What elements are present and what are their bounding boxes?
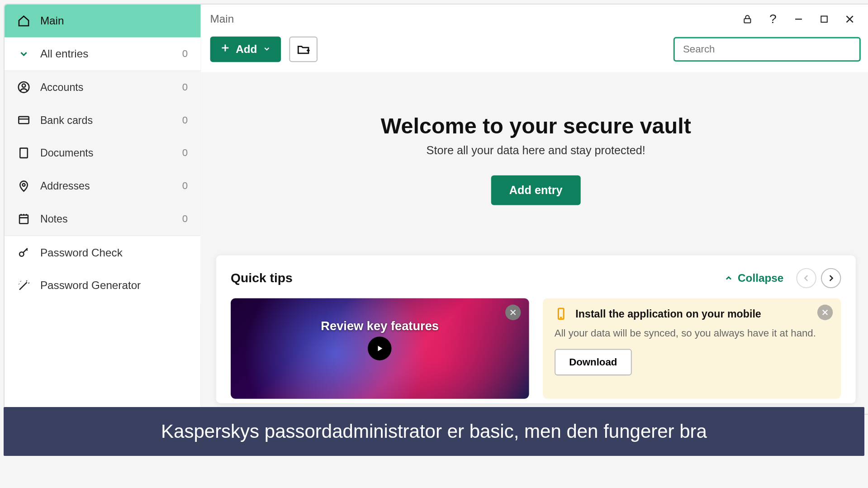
svg-rect-2 [19, 117, 28, 123]
chevron-down-icon [262, 43, 270, 56]
svg-point-6 [19, 252, 24, 256]
maximize-button[interactable] [816, 11, 832, 27]
addresses-count: 0 [182, 180, 188, 192]
documents-label: Documents [40, 147, 93, 159]
tip-video-close-icon[interactable] [505, 305, 521, 320]
tips-header: Quick tips Collapse [231, 268, 841, 288]
accounts-count: 0 [182, 81, 188, 93]
svg-rect-7 [744, 19, 750, 23]
bankcards-count: 0 [182, 114, 188, 126]
minimize-button[interactable] [790, 11, 806, 27]
add-label: Add [236, 43, 257, 56]
plus-icon [220, 43, 230, 56]
tip-video-card[interactable]: Review key features [231, 298, 529, 398]
sidebar-main-label: Main [40, 14, 64, 27]
sidebar-categories: Accounts 0 Bank cards 0 Documents 0 [5, 70, 200, 236]
pin-icon [17, 180, 30, 192]
svg-point-4 [23, 184, 25, 186]
add-button[interactable]: Add [210, 37, 281, 62]
tip-mobile-heading: Install the application on your mobile [575, 308, 761, 320]
sidebar-item-addresses[interactable]: Addresses 0 [5, 170, 200, 203]
all-entries-count: 0 [182, 48, 188, 60]
caption-overlay: Kasperskys passordadministrator er basic… [4, 407, 864, 456]
main-panel: Main ? Add [201, 5, 868, 414]
chevron-up-icon [724, 274, 733, 283]
chevron-down-icon [17, 47, 30, 60]
tip-video-title: Review key features [231, 319, 529, 333]
tips-next-button[interactable] [821, 268, 841, 288]
notes-icon [17, 213, 30, 225]
help-icon[interactable]: ? [765, 11, 781, 27]
toolbar: Add [201, 34, 868, 72]
mobile-icon [555, 308, 567, 320]
notes-label: Notes [40, 213, 68, 225]
lock-icon[interactable] [739, 11, 755, 27]
close-button[interactable] [841, 11, 858, 27]
sidebar-item-main[interactable]: Main [5, 5, 200, 38]
password-check-label: Password Check [40, 246, 123, 259]
key-icon [17, 246, 30, 259]
accounts-label: Accounts [40, 81, 84, 93]
svg-rect-8 [821, 16, 827, 22]
quick-tips-card: Quick tips Collapse Review k [216, 256, 856, 403]
search-input[interactable] [674, 37, 861, 62]
tip-mobile-card: Install the application on your mobile A… [543, 298, 841, 398]
wand-icon [17, 279, 30, 292]
sidebar-item-password-generator[interactable]: Password Generator [5, 269, 200, 302]
play-icon[interactable] [368, 336, 392, 360]
main-body: Welcome to your secure vault Store all y… [201, 72, 868, 414]
folder-plus-icon [296, 43, 310, 56]
home-icon [17, 14, 30, 27]
welcome-title: Welcome to your secure vault [381, 113, 691, 138]
add-entry-button[interactable]: Add entry [491, 175, 581, 205]
sidebar-item-password-check[interactable]: Password Check [5, 236, 200, 269]
bankcards-label: Bank cards [40, 114, 93, 126]
sidebar-item-bankcards[interactable]: Bank cards 0 [5, 104, 200, 137]
sidebar-item-all-entries[interactable]: All entries 0 [5, 38, 200, 71]
notes-count: 0 [182, 213, 188, 225]
sidebar-item-notes[interactable]: Notes 0 [5, 202, 200, 235]
all-entries-label: All entries [40, 47, 88, 60]
documents-count: 0 [182, 147, 188, 159]
tips-prev-button[interactable] [796, 268, 816, 288]
app-window: Main All entries 0 Accounts 0 Bank cards [4, 4, 868, 415]
collapse-button[interactable]: Collapse [724, 272, 783, 284]
titlebar: Main ? [201, 5, 868, 34]
card-icon [17, 114, 30, 126]
breadcrumb: Main [210, 13, 234, 25]
addresses-label: Addresses [40, 180, 90, 192]
new-folder-button[interactable] [289, 37, 318, 62]
tip-mobile-close-icon[interactable] [817, 305, 833, 320]
svg-rect-3 [20, 148, 27, 158]
document-icon [17, 147, 30, 159]
password-generator-label: Password Generator [40, 279, 141, 292]
tip-mobile-desc: All your data will be synced, so you alw… [555, 327, 829, 341]
welcome-subtitle: Store all your data here and stay protec… [427, 144, 645, 157]
tips-row: Review key features [231, 298, 841, 398]
download-button[interactable]: Download [555, 349, 632, 375]
tips-title: Quick tips [231, 271, 293, 285]
svg-point-1 [22, 84, 26, 88]
sidebar-tools: Password Check Password Generator [5, 236, 200, 302]
collapse-label: Collapse [738, 272, 783, 284]
svg-rect-5 [19, 215, 28, 223]
sidebar-item-documents[interactable]: Documents 0 [5, 137, 200, 170]
sidebar: Main All entries 0 Accounts 0 Bank cards [5, 5, 201, 414]
user-circle-icon [17, 81, 30, 94]
sidebar-item-accounts[interactable]: Accounts 0 [5, 71, 200, 104]
